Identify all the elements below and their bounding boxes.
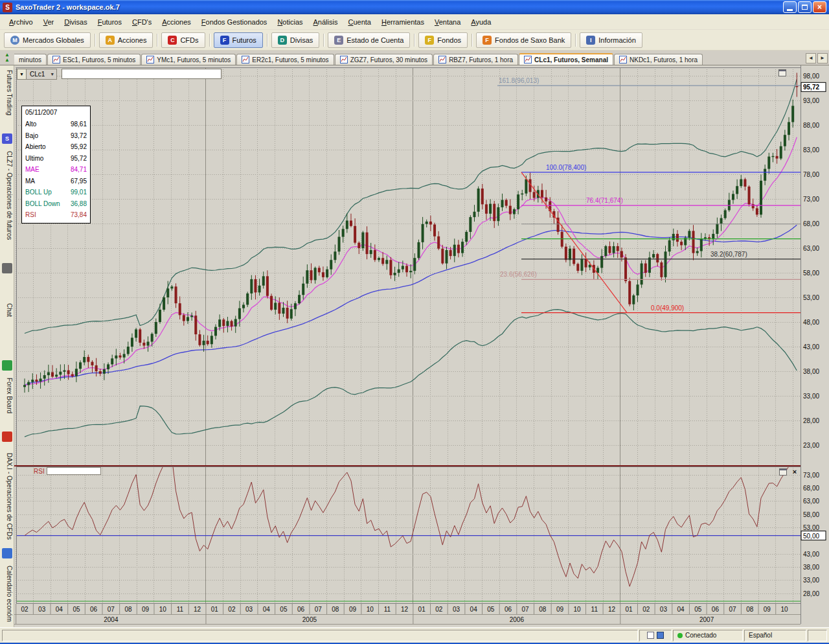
informacion-icon: I — [586, 36, 595, 45]
tab-clc1[interactable]: CLc1, Futuros, Semanal — [519, 53, 613, 65]
chart-tab-icon — [340, 56, 348, 63]
close-button[interactable]: × — [813, 1, 826, 13]
toolbar-separator — [267, 34, 267, 47]
menu-cfd-s[interactable]: CFD's — [127, 16, 157, 28]
sidebar-item-dax-i-operaciones-de-cfds[interactable]: DAX.I - Operaciones de CFDs — [1, 444, 13, 548]
sidebar-item-clz7-operaciones-de-futuros[interactable]: CLZ7 - Operaciones de futuros — [1, 145, 13, 246]
calendar-icon[interactable] — [2, 548, 12, 558]
svg-text:38,00: 38,00 — [803, 368, 819, 375]
menu-ayuda[interactable]: Ayuda — [466, 16, 496, 28]
sidebar-scroll-arrows[interactable]: ▲ ▲ — [0, 51, 14, 65]
rsi-header: RSI — [34, 467, 101, 475]
sidebar-item-calendario-econ-m[interactable]: Calendario económ — [1, 561, 13, 626]
tab-scroll-right-icon[interactable]: ► — [817, 53, 828, 63]
restore-icon — [802, 5, 808, 10]
restore-button[interactable] — [798, 1, 812, 13]
tab-strip: ▲ ▲ minutosESc1, Futuros, 5 minutosYMc1,… — [0, 51, 829, 65]
tab-esc1[interactable]: ESc1, Futuros, 5 minutos — [47, 54, 141, 65]
menu-fondos-gestionados[interactable]: Fondos Gestionados — [196, 16, 273, 28]
svg-text:04: 04 — [470, 606, 478, 613]
rsi-maximize-icon[interactable] — [779, 468, 787, 476]
menu-noticias[interactable]: Noticias — [272, 16, 308, 28]
chart-maximize-icon[interactable] — [778, 69, 786, 76]
futuros-icon: F — [220, 36, 229, 45]
rsi-input[interactable] — [47, 467, 101, 475]
saxo-icon[interactable]: S — [2, 133, 12, 144]
svg-text:33,00: 33,00 — [803, 577, 819, 584]
toolbar-estado-de-cuenta[interactable]: EEstado de Cuenta — [328, 32, 410, 48]
svg-text:09: 09 — [556, 606, 564, 613]
tab-zgz7[interactable]: ZGZ7, Futuros, 30 minutos — [335, 54, 433, 65]
toolbar-fondos[interactable]: FFondos — [418, 32, 468, 48]
info-date: 05/11/2007 — [25, 107, 87, 119]
menu-herramientas[interactable]: Herramientas — [376, 16, 429, 28]
menu-cuenta[interactable]: Cuenta — [343, 16, 376, 28]
toolbar-futuros[interactable]: FFuturos — [214, 32, 263, 48]
svg-text:02: 02 — [642, 606, 650, 613]
forex-board-icon[interactable] — [2, 360, 12, 371]
scroll-up-icon: ▲ — [5, 58, 10, 63]
symbol-input[interactable] — [62, 69, 221, 79]
rsi-close-icon[interactable]: × — [791, 468, 799, 476]
chart-canvas[interactable]: 161.8(96,013)100.0(78,400)76.4(71,674)38… — [14, 65, 829, 627]
title-bar[interactable]: S SaxoTrader 2 - workspace.ok.7 × — [0, 0, 829, 14]
status-icons-panel — [639, 630, 672, 641]
toolbar-acciones[interactable]: AAcciones — [99, 32, 153, 48]
tab-rbz7[interactable]: RBZ7, Futuros, 1 hora — [433, 54, 518, 65]
svg-text:68,00: 68,00 — [803, 220, 819, 227]
svg-text:53,00: 53,00 — [803, 524, 819, 531]
svg-text:04: 04 — [56, 606, 63, 613]
menu-acciones[interactable]: Acciones — [157, 16, 196, 28]
menu-archivo[interactable]: Archivo — [4, 16, 38, 28]
svg-text:03: 03 — [38, 606, 46, 613]
toolbar-separator — [95, 34, 95, 47]
dropdown-arrow-icon[interactable]: ▼ — [17, 69, 27, 79]
menu-ver[interactable]: Ver — [38, 16, 60, 28]
info-row-ultimo: Ultimo95,72 — [25, 153, 87, 165]
toolbar-mercados-globales[interactable]: MMercados Globales — [4, 32, 91, 48]
tab-nkdc1[interactable]: NKDc1, Futuros, 1 hora — [614, 54, 703, 65]
chart-bars-icon[interactable] — [2, 263, 12, 273]
language-selector[interactable]: Español — [744, 630, 806, 641]
svg-text:63,00: 63,00 — [803, 245, 819, 252]
toolbar-divisas[interactable]: DDivisas — [271, 32, 319, 48]
toolbar-label: Divisas — [290, 36, 313, 44]
toolbar-label: Fondos — [437, 36, 461, 44]
info-row-bajo: Bajo93,72 — [25, 130, 87, 142]
saxo-bank-icon: F — [483, 36, 492, 45]
info-row-mae: MAE84,71 — [25, 164, 87, 176]
svg-text:03: 03 — [245, 606, 253, 613]
svg-text:09: 09 — [349, 606, 357, 613]
window-buttons: × — [783, 1, 826, 13]
toolbar-label: CFDs — [180, 36, 198, 44]
chart-tab-icon — [242, 56, 249, 63]
tab-scroll-left-icon[interactable]: ◄ — [806, 53, 816, 63]
toolbar-fondos-de-saxo-bank[interactable]: FFondos de Saxo Bank — [476, 32, 571, 48]
svg-text:03: 03 — [453, 606, 460, 613]
tab-er2c1[interactable]: ER2c1, Futuros, 5 minutos — [236, 54, 334, 65]
document-status-icon[interactable] — [647, 632, 654, 639]
toolbar-label: Acciones — [118, 36, 147, 44]
sidebar-item-futures-trading[interactable]: Futures Trading — [1, 67, 13, 118]
symbol-dropdown[interactable]: ▼ CLc1 ▼ — [17, 69, 57, 80]
sidebar-item-forex-board[interactable]: Forex Board — [1, 373, 13, 419]
minimize-button[interactable] — [783, 1, 797, 13]
toolbar-informaci-n[interactable]: IInformación — [580, 32, 642, 48]
menu-futuros[interactable]: Futuros — [93, 16, 127, 28]
svg-text:48,00: 48,00 — [803, 319, 819, 326]
network-status-icon[interactable] — [657, 632, 664, 639]
menu-ventana[interactable]: Ventana — [429, 16, 466, 28]
svg-text:05: 05 — [694, 606, 702, 613]
svg-text:08: 08 — [539, 606, 547, 613]
svg-text:38.2(60,787): 38.2(60,787) — [710, 251, 747, 258]
tab-ymc1[interactable]: YMc1, Futuros, 5 minutos — [141, 54, 236, 65]
svg-text:02: 02 — [435, 606, 443, 613]
dax-icon[interactable] — [2, 431, 12, 442]
sidebar-item-chat[interactable]: Chat — [1, 279, 13, 341]
menu-an-lisis[interactable]: Análisis — [308, 16, 343, 28]
svg-text:07: 07 — [522, 606, 530, 613]
toolbar-cfds[interactable]: CCFDs — [161, 32, 205, 48]
tab-minutos[interactable]: minutos — [14, 54, 47, 65]
svg-text:58,00: 58,00 — [803, 270, 819, 277]
menu-divisas[interactable]: Divisas — [59, 16, 92, 28]
